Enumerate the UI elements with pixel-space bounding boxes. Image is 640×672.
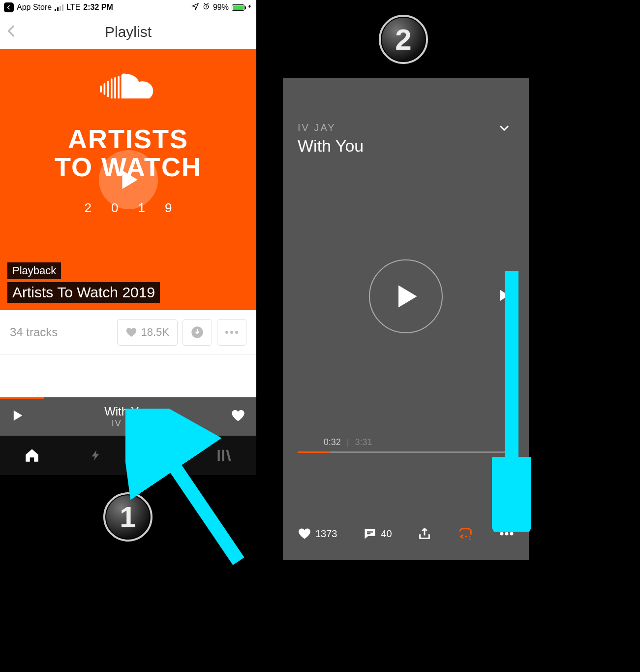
collapse-chevron-icon[interactable] <box>494 122 514 136</box>
share-button[interactable] <box>418 527 431 541</box>
elapsed-time: 0:32 <box>324 437 341 448</box>
svg-rect-2 <box>103 83 105 95</box>
hero-label-big: Artists To Watch 2019 <box>7 282 160 303</box>
alarm-icon <box>202 2 210 12</box>
play-button[interactable] <box>369 259 443 333</box>
annotation-arrow-1 <box>125 409 253 571</box>
back-to-app-icon[interactable] <box>4 2 14 12</box>
screenshot-left: App Store LTE 2:32 PM 99% Playlist <box>0 0 256 475</box>
more-button[interactable] <box>499 531 514 536</box>
annotation-arrow-2 <box>492 266 531 532</box>
svg-text:1: 1 <box>468 536 471 541</box>
svg-point-16 <box>505 532 509 536</box>
playlist-meta-row: 34 tracks 18.5K <box>0 310 256 355</box>
back-chevron-icon[interactable] <box>5 21 18 43</box>
download-button[interactable] <box>183 319 212 346</box>
svg-rect-5 <box>114 77 116 98</box>
battery-icon <box>232 4 244 11</box>
comment-count: 40 <box>381 528 392 540</box>
svg-point-8 <box>225 331 228 334</box>
playlist-hero[interactable]: ARTISTS TO WATCH 2019 Playback Artists T… <box>0 49 256 310</box>
now-playing-title: With You <box>298 136 514 156</box>
battery-pct: 99% <box>213 3 229 12</box>
like-button[interactable]: 18.5K <box>117 319 178 346</box>
track-count: 34 tracks <box>10 325 112 339</box>
location-icon <box>191 2 199 12</box>
hero-play-button[interactable] <box>99 150 158 209</box>
svg-point-9 <box>230 331 233 334</box>
more-button[interactable] <box>217 319 246 346</box>
like-button[interactable]: 1373 <box>298 527 337 541</box>
status-bar: App Store LTE 2:32 PM 99% <box>0 0 256 15</box>
back-to-app-label[interactable]: App Store <box>17 3 52 12</box>
svg-rect-6 <box>118 76 120 98</box>
tab-home[interactable] <box>0 436 64 475</box>
miniplayer-play-icon[interactable] <box>11 409 25 424</box>
now-playing-artist: IV JAY <box>298 122 514 133</box>
repeat-one-button[interactable]: 1 <box>457 527 473 541</box>
like-count: 1373 <box>315 528 337 540</box>
page-title: Playlist <box>105 24 152 40</box>
signal-icon <box>55 4 63 11</box>
svg-point-10 <box>235 331 238 334</box>
hero-label-small: Playback <box>7 262 61 279</box>
carrier-label: LTE <box>66 3 80 12</box>
comment-button[interactable]: 40 <box>363 527 392 541</box>
svg-rect-3 <box>107 81 109 97</box>
like-count: 18.5K <box>141 326 170 339</box>
svg-rect-1 <box>100 86 102 93</box>
step-badge-2: 2 <box>379 15 428 64</box>
svg-point-15 <box>500 532 504 536</box>
svg-point-17 <box>510 532 514 536</box>
tab-stream[interactable] <box>64 436 128 475</box>
charging-icon <box>247 2 252 12</box>
svg-line-18 <box>145 423 239 561</box>
soundcloud-logo-icon <box>99 69 158 100</box>
duration-time: 3:31 <box>355 437 372 448</box>
svg-rect-4 <box>111 78 113 98</box>
navbar: Playlist <box>0 15 256 49</box>
clock: 2:32 PM <box>83 3 113 12</box>
